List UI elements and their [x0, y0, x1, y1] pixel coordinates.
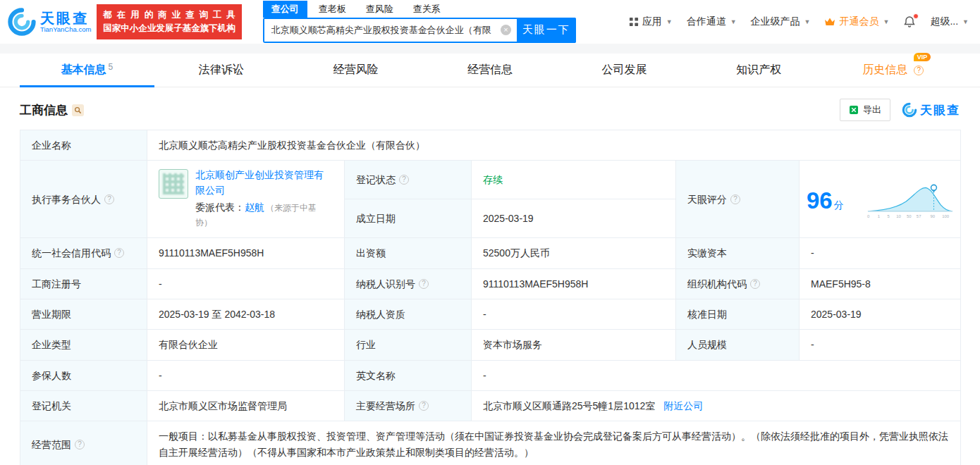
- field-reg-authority-value: 北京市顺义区市场监督管理局: [147, 391, 345, 421]
- field-taxpayer-quality-value: -: [472, 299, 676, 329]
- nav-enterprise-products[interactable]: 企业级产品 ▼: [751, 16, 811, 28]
- help-icon[interactable]: ?: [914, 66, 924, 75]
- field-establish-date-label: 成立日期: [345, 199, 472, 238]
- help-icon[interactable]: ?: [75, 440, 85, 450]
- svg-text:57: 57: [917, 213, 921, 218]
- section-title: 工商信息: [20, 102, 68, 118]
- table-row: 企业名称 北京顺义顺芯高精尖产业股权投资基金合伙企业（有限合伙）: [20, 130, 961, 161]
- field-business-term-label: 营业期限: [20, 299, 147, 329]
- notifications-button[interactable]: [903, 16, 916, 28]
- vip-badge: VIP: [914, 53, 931, 61]
- field-credit-code-label: 统一社会信用代码?: [20, 238, 147, 268]
- tab-legal-litigation[interactable]: 法律诉讼: [154, 54, 289, 87]
- main-content: 工商信息 导出 天眼查: [0, 87, 980, 465]
- partner-company-link[interactable]: 北京顺创产业创业投资管理有限公司: [195, 169, 324, 196]
- svg-text:5: 5: [888, 213, 890, 218]
- help-icon[interactable]: ?: [114, 248, 124, 258]
- field-org-code-label: 组织机构代码?: [676, 268, 800, 299]
- svg-text:10: 10: [896, 213, 901, 218]
- tab-basic-info-count: 5: [108, 62, 113, 72]
- tab-operation-info[interactable]: 经营信息: [423, 54, 558, 87]
- nav-cooperation[interactable]: 合作通道 ▼: [687, 16, 737, 28]
- help-icon[interactable]: ?: [730, 194, 740, 204]
- help-icon[interactable]: ?: [750, 279, 760, 289]
- nav-open-vip[interactable]: 开通会员 ▼: [824, 16, 889, 28]
- table-row: 登记机关 北京市顺义区市场监督管理局 主要经营场所? 北京市顺义区顺通路25号5…: [20, 391, 961, 421]
- crown-icon: [824, 17, 835, 27]
- search-tab-company[interactable]: 查公司: [263, 1, 307, 18]
- help-icon[interactable]: ?: [399, 175, 409, 185]
- field-english-name-label: 英文名称: [345, 360, 472, 390]
- field-business-term-value: 2025-03-19 至 2042-03-18: [147, 299, 345, 329]
- tab-basic-info[interactable]: 基本信息 5: [20, 54, 154, 87]
- search-area: 查公司 查老板 查风险 查关系 × 天眼一下: [263, 1, 576, 43]
- tianyancha-logo-icon: [7, 7, 37, 37]
- table-row: 经营范围? 一般项目：以私募基金从事股权投资、投资管理、资产管理等活动（须在中国…: [20, 421, 961, 465]
- table-row: 企业类型 有限合伙企业 行业 资本市场服务 人员规模 -: [20, 330, 961, 360]
- search-tab-relation[interactable]: 查关系: [405, 1, 449, 18]
- field-taxpayer-id-value: 91110113MAEF5H958H: [472, 268, 676, 299]
- clear-search-icon[interactable]: ×: [501, 25, 511, 35]
- magnifier-badge-icon: [72, 104, 84, 116]
- export-button[interactable]: 导出: [840, 99, 890, 121]
- field-company-type-value: 有限合伙企业: [147, 330, 345, 360]
- field-reg-number-value: -: [147, 268, 345, 299]
- chevron-down-icon: ▼: [730, 18, 737, 25]
- table-row: 执行事务合伙人? 北京顺创产业创业投资管理有限公司 委派代表：赵航（来源于中基协…: [20, 161, 961, 199]
- field-business-site-label: 主要经营场所?: [345, 391, 472, 421]
- search-button[interactable]: 天眼一下: [517, 18, 576, 43]
- svg-text:100: 100: [942, 213, 950, 218]
- field-org-code-value: MAEF5H95-8: [800, 268, 961, 299]
- tab-intellectual-property[interactable]: 知识产权: [692, 54, 826, 87]
- help-icon[interactable]: ?: [419, 401, 429, 411]
- help-icon[interactable]: ?: [419, 279, 429, 289]
- field-reg-number-label: 工商注册号: [20, 268, 147, 299]
- slogan-line-2: 国家中小企业发展子基金旗下机构: [103, 22, 235, 35]
- field-business-site-value: 北京市顺义区顺通路25号5幢1层1012室附近公司: [472, 391, 961, 421]
- rep-name-link[interactable]: 赵航: [245, 202, 264, 213]
- table-row: 参保人数 - 英文名称 -: [20, 360, 961, 390]
- table-row: 营业期限 2025-03-19 至 2042-03-18 纳税人资质 - 核准日…: [20, 299, 961, 329]
- nearby-companies-link[interactable]: 附近公司: [663, 400, 703, 411]
- svg-text:50: 50: [907, 213, 912, 218]
- tianyancha-logo-icon: [902, 102, 917, 118]
- company-detail-tabs: 基本信息 5 法律诉讼 经营风险 经营信息 公司发展 知识产权 VIP 历史信息…: [0, 54, 980, 87]
- field-score-label: 天眼评分?: [676, 161, 800, 238]
- field-paid-capital-label: 实缴资本: [676, 238, 800, 268]
- table-row: 工商注册号 - 纳税人识别号? 91110113MAEF5H958H 组织机构代…: [20, 268, 961, 299]
- field-reg-status-label: 登记状态?: [345, 161, 472, 199]
- search-input[interactable]: [264, 19, 501, 42]
- field-taxpayer-quality-label: 纳税人资质: [345, 299, 472, 329]
- tianyancha-logo[interactable]: 天眼查 TianYanCha.com: [7, 7, 91, 37]
- field-capital-label: 出资额: [345, 238, 472, 268]
- apps-grid-icon: [629, 17, 639, 27]
- rep-label: 委派代表：: [195, 202, 245, 213]
- brand-name: 天眼查: [40, 11, 91, 26]
- brand-domain: TianYanCha.com: [40, 26, 91, 33]
- nav-account[interactable]: 超级... ▼: [930, 16, 969, 28]
- table-row: 统一社会信用代码? 91110113MAEF5H958H 出资额 52500万人…: [20, 238, 961, 268]
- chevron-down-icon: ▼: [962, 18, 969, 25]
- tab-operation-risk[interactable]: 经营风险: [288, 54, 423, 87]
- tab-history-info[interactable]: VIP 历史信息 ?: [826, 54, 960, 87]
- chevron-down-icon: ▼: [804, 18, 811, 25]
- nav-apps[interactable]: 应用 ▼: [629, 16, 673, 28]
- help-icon[interactable]: ?: [104, 194, 114, 204]
- field-staff-size-label: 人员规模: [676, 330, 800, 360]
- field-paid-capital-value: -: [800, 238, 961, 268]
- field-partner-value: 北京顺创产业创业投资管理有限公司 委派代表：赵航（来源于中基协）: [147, 161, 345, 238]
- top-nav: 应用 ▼ 合作通道 ▼ 企业级产品 ▼ 开通会员 ▼ 超级... ▼: [629, 16, 969, 28]
- search-tab-boss[interactable]: 查老板: [310, 1, 355, 18]
- tab-company-development[interactable]: 公司发展: [557, 54, 692, 87]
- field-taxpayer-id-label: 纳税人识别号?: [345, 268, 472, 299]
- svg-text:0: 0: [867, 213, 870, 218]
- field-establish-date-value: 2025-03-19: [472, 199, 676, 238]
- status-badge: 存续: [483, 174, 503, 185]
- field-company-name-label: 企业名称: [20, 130, 147, 161]
- export-excel-icon: [849, 105, 859, 115]
- search-tab-risk[interactable]: 查风险: [357, 1, 402, 18]
- field-capital-value: 52500万人民币: [472, 238, 676, 268]
- field-insured-count-value: -: [147, 360, 345, 390]
- score-number: 96分: [807, 189, 844, 213]
- section-header: 工商信息 导出 天眼查: [20, 99, 960, 121]
